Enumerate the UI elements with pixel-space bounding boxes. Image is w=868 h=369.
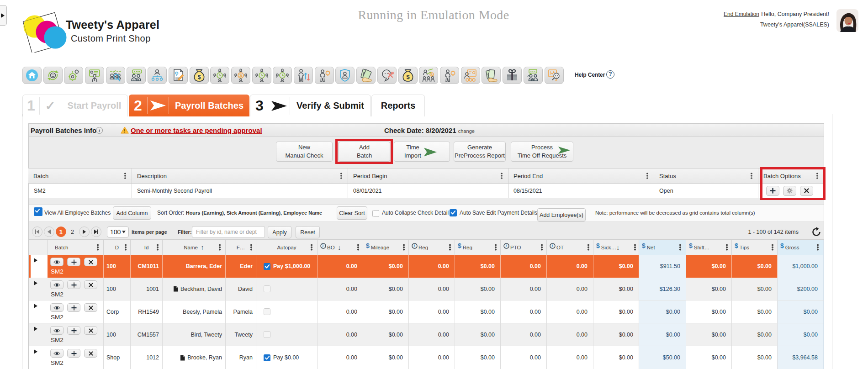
svg-text:$: $	[239, 73, 242, 78]
svg-text:$: $	[197, 74, 201, 80]
svg-text:$: $	[406, 74, 410, 80]
